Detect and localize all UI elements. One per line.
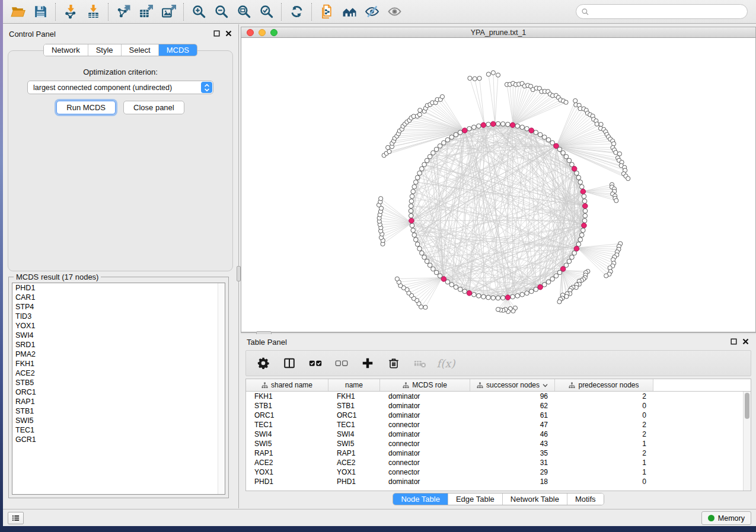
mcds-result-item[interactable]: YOX1: [12, 321, 225, 331]
show-all-button[interactable]: [383, 2, 406, 21]
minimize-window-icon[interactable]: [259, 29, 266, 36]
network-node[interactable]: [395, 277, 399, 281]
network-node[interactable]: [386, 145, 390, 149]
zoom-out-button[interactable]: [210, 2, 232, 21]
export-table-button[interactable]: [135, 2, 157, 21]
network-node[interactable]: [520, 292, 525, 297]
network-graph[interactable]: [241, 38, 755, 332]
mcds-node[interactable]: [580, 189, 586, 194]
network-node[interactable]: [458, 130, 462, 135]
vertical-splitter-handle[interactable]: [237, 266, 241, 281]
zoom-in-button[interactable]: [187, 2, 210, 21]
search-input[interactable]: [592, 8, 742, 16]
network-node[interactable]: [491, 296, 496, 300]
table-row[interactable]: STB1STB1dominator620: [246, 401, 751, 411]
mcds-node[interactable]: [582, 203, 588, 209]
network-node[interactable]: [423, 305, 428, 309]
network-node[interactable]: [570, 255, 575, 259]
column-header-predecessor-nodes[interactable]: predecessor nodes: [555, 379, 653, 391]
table-row[interactable]: SWI4SWI4dominator462: [246, 430, 751, 439]
table-row[interactable]: ACE2ACE2connector311: [246, 458, 751, 467]
network-node[interactable]: [417, 113, 422, 117]
network-node[interactable]: [449, 283, 454, 287]
float-table-panel-icon[interactable]: [731, 338, 737, 345]
network-node[interactable]: [387, 149, 391, 153]
network-node[interactable]: [578, 180, 583, 185]
table-scrollbar[interactable]: [743, 392, 751, 491]
mcds-node[interactable]: [462, 128, 467, 133]
network-node[interactable]: [425, 158, 429, 163]
network-node[interactable]: [486, 72, 490, 76]
delete-column-button[interactable]: [385, 354, 403, 372]
network-node[interactable]: [417, 171, 422, 175]
network-node[interactable]: [412, 185, 417, 190]
network-node[interactable]: [557, 147, 562, 152]
network-node[interactable]: [599, 122, 603, 126]
mcds-node[interactable]: [572, 166, 577, 172]
network-node[interactable]: [500, 121, 505, 126]
search-box[interactable]: [576, 4, 748, 19]
column-header-name[interactable]: name: [328, 379, 380, 391]
export-network-button[interactable]: [112, 2, 135, 21]
first-neighbors-button[interactable]: [338, 2, 361, 21]
tab-edge-table[interactable]: Edge Table: [448, 493, 503, 505]
save-session-button[interactable]: [29, 2, 52, 21]
select-all-button[interactable]: [307, 354, 324, 372]
refresh-network-button[interactable]: [285, 2, 308, 21]
column-header-shared-name[interactable]: shared name: [246, 379, 328, 391]
mcds-node[interactable]: [481, 123, 486, 128]
network-node[interactable]: [496, 73, 500, 77]
column-header-MCDS-role[interactable]: MCDS role: [380, 379, 470, 391]
mcds-node[interactable]: [409, 218, 414, 223]
network-node[interactable]: [515, 124, 520, 129]
mcds-node[interactable]: [538, 284, 543, 290]
optimization-criterion-select[interactable]: largest connected component (undirected): [27, 81, 213, 94]
network-node[interactable]: [472, 125, 477, 130]
network-node[interactable]: [434, 270, 439, 275]
mcds-result-item[interactable]: TID3: [12, 312, 225, 321]
mcds-result-item[interactable]: ORC1: [12, 387, 225, 397]
network-node[interactable]: [525, 291, 529, 296]
mcds-result-item[interactable]: RAP1: [12, 397, 225, 406]
network-node[interactable]: [476, 124, 481, 129]
network-node[interactable]: [564, 155, 569, 159]
network-node[interactable]: [472, 292, 477, 297]
network-node[interactable]: [454, 133, 458, 137]
float-panel-icon[interactable]: [213, 30, 220, 37]
network-node[interactable]: [496, 121, 500, 126]
close-panel-button[interactable]: Close panel: [123, 101, 184, 114]
close-table-panel-icon[interactable]: [742, 338, 749, 345]
network-node[interactable]: [511, 294, 515, 299]
network-node[interactable]: [409, 209, 413, 213]
table-row[interactable]: YOX1YOX1connector291: [246, 467, 751, 477]
network-node[interactable]: [410, 223, 414, 228]
network-node[interactable]: [434, 147, 439, 152]
network-node[interactable]: [546, 280, 551, 284]
network-node[interactable]: [445, 137, 450, 142]
memory-button[interactable]: Memory: [701, 511, 751, 525]
network-node[interactable]: [564, 100, 568, 104]
table-row[interactable]: ORC1ORC1dominator610: [246, 411, 751, 420]
network-node[interactable]: [411, 228, 416, 233]
network-node[interactable]: [481, 294, 486, 299]
mcds-node[interactable]: [529, 128, 534, 133]
network-node[interactable]: [538, 133, 543, 137]
network-node[interactable]: [557, 300, 562, 304]
network-node[interactable]: [415, 242, 420, 246]
tab-style[interactable]: Style: [88, 44, 122, 56]
zoom-fit-button[interactable]: [232, 2, 255, 21]
column-header-successor-nodes[interactable]: successor nodes: [470, 379, 555, 391]
table-row[interactable]: SWI5SWI5connector431: [246, 439, 751, 448]
close-window-icon[interactable]: [247, 29, 254, 36]
import-network-button[interactable]: [59, 2, 82, 21]
network-node[interactable]: [410, 194, 414, 199]
table-scrollbar-thumb[interactable]: [745, 393, 749, 419]
network-node[interactable]: [413, 238, 418, 242]
mcds-node[interactable]: [467, 290, 472, 296]
network-node[interactable]: [428, 263, 432, 268]
network-node[interactable]: [579, 185, 584, 190]
network-node[interactable]: [604, 274, 608, 278]
table-row[interactable]: PHD1PHD1dominator180: [246, 477, 751, 486]
zoom-selected-button[interactable]: [255, 2, 277, 21]
mcds-node[interactable]: [510, 123, 515, 128]
